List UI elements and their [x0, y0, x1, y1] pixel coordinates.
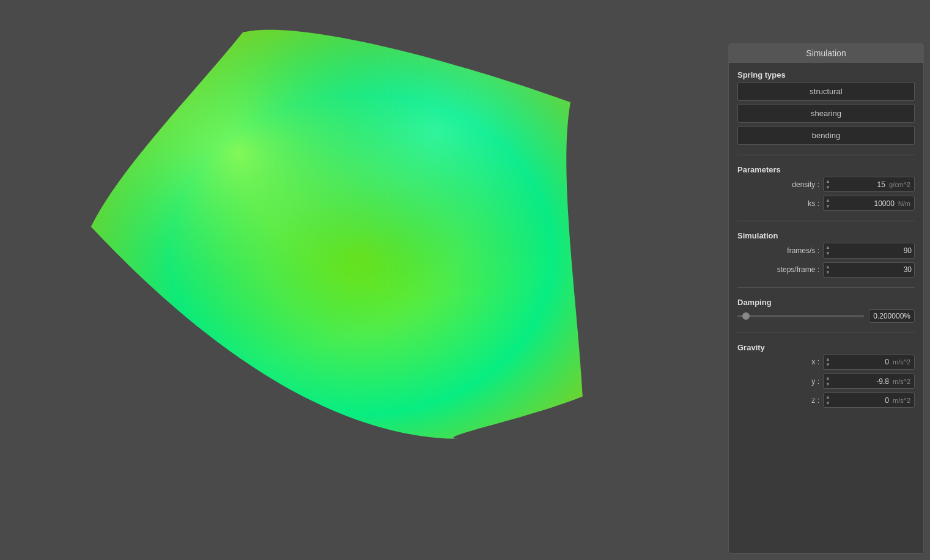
steps-frame-value: 30 [832, 263, 914, 276]
gravity-z-input-group: ▲▼ 0 m/s^2 [823, 392, 915, 408]
gravity-section: Gravity x : ▲▼ 0 m/s^2 y : ▲▼ -9.8 [737, 343, 915, 408]
gravity-y-value: -9.8 [832, 375, 891, 388]
simulation-panel: Simulation Spring types structural shear… [728, 43, 924, 554]
structural-button[interactable]: structural [737, 82, 915, 101]
ks-value: 10000 [832, 197, 897, 210]
frames-s-spinner[interactable]: ▲▼ [824, 243, 832, 257]
panel-title: Simulation [729, 43, 923, 63]
simulation-section: Simulation frames/s : ▲▼ 90 steps/frame … [737, 231, 915, 277]
damping-label: Damping [737, 298, 915, 307]
gravity-x-unit: m/s^2 [891, 356, 914, 367]
steps-frame-label: steps/frame : [770, 265, 819, 274]
simulation-label: Simulation [737, 231, 915, 240]
gravity-y-unit: m/s^2 [891, 376, 914, 387]
parameters-section: Parameters density : ▲▼ 15 g/cm^2 ks : ▲… [737, 165, 915, 211]
gravity-x-input-group: ▲▼ 0 m/s^2 [823, 355, 915, 370]
density-label: density : [770, 180, 819, 189]
spring-types-label: Spring types [737, 70, 915, 79]
density-unit: g/cm^2 [888, 179, 914, 190]
damping-slider-track[interactable] [737, 315, 864, 317]
shearing-button[interactable]: shearing [737, 104, 915, 123]
gravity-x-value: 0 [832, 356, 891, 368]
steps-frame-row: steps/frame : ▲▼ 30 [737, 262, 915, 278]
density-input-group: ▲▼ 15 g/cm^2 [823, 177, 915, 192]
ks-input-group: ▲▼ 10000 N/m [823, 196, 915, 211]
steps-frame-spinner[interactable]: ▲▼ [824, 263, 832, 277]
gravity-x-label: x : [770, 358, 819, 366]
parameters-label: Parameters [737, 165, 915, 174]
spring-buttons-group: structural shearing bending [737, 82, 915, 145]
density-spinner[interactable]: ▲▼ [824, 177, 832, 191]
damping-unit: % [904, 312, 910, 320]
gravity-x-spinner[interactable]: ▲▼ [824, 355, 832, 369]
frames-s-input-group: ▲▼ 90 [823, 243, 915, 258]
gravity-y-spinner[interactable]: ▲▼ [824, 374, 832, 388]
damping-row: 0.200000% [737, 309, 915, 323]
gravity-y-label: y : [770, 377, 819, 386]
ks-spinner[interactable]: ▲▼ [824, 196, 832, 210]
density-row: density : ▲▼ 15 g/cm^2 [737, 177, 915, 192]
ks-unit: N/m [897, 198, 914, 209]
gravity-z-unit: m/s^2 [891, 395, 914, 406]
frames-s-row: frames/s : ▲▼ 90 [737, 243, 915, 258]
gravity-z-value: 0 [832, 394, 891, 407]
gravity-z-row: z : ▲▼ 0 m/s^2 [737, 392, 915, 408]
gravity-x-row: x : ▲▼ 0 m/s^2 [737, 355, 915, 370]
steps-frame-input-group: ▲▼ 30 [823, 262, 915, 278]
spring-types-section: Spring types structural shearing bending [737, 70, 915, 145]
divider-3 [737, 287, 915, 288]
gravity-z-spinner[interactable]: ▲▼ [824, 393, 832, 407]
damping-slider-thumb[interactable] [742, 312, 750, 320]
divider-4 [737, 333, 915, 333]
cloth-visualization [0, 0, 728, 560]
gravity-y-row: y : ▲▼ -9.8 m/s^2 [737, 374, 915, 389]
viewport [0, 0, 728, 560]
density-value: 15 [832, 179, 888, 191]
frames-s-value: 90 [832, 245, 914, 257]
frames-s-label: frames/s : [770, 246, 819, 255]
bending-button[interactable]: bending [737, 126, 915, 145]
gravity-label: Gravity [737, 343, 915, 352]
divider-2 [737, 221, 915, 221]
gravity-z-label: z : [770, 396, 819, 405]
damping-value: 0.200000% [869, 309, 915, 323]
gravity-y-input-group: ▲▼ -9.8 m/s^2 [823, 374, 915, 389]
damping-section: Damping 0.200000% [737, 298, 915, 323]
ks-row: ks : ▲▼ 10000 N/m [737, 196, 915, 211]
ks-label: ks : [770, 199, 819, 208]
divider-1 [737, 155, 915, 155]
